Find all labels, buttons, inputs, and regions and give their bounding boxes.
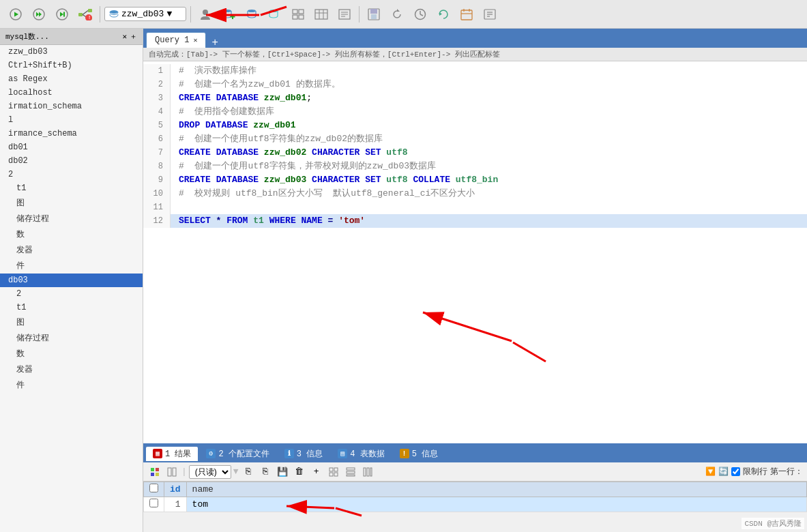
add-query-tab-btn[interactable]: +	[207, 37, 222, 48]
result-tbody: 1tom	[144, 497, 807, 512]
svg-rect-22	[293, 10, 297, 14]
db-remove-icon[interactable]	[241, 4, 262, 25]
separator2	[190, 6, 191, 23]
db-selector[interactable]: zzw_db03 ▼	[104, 7, 186, 21]
separator1	[100, 6, 100, 23]
svg-rect-26	[315, 10, 327, 19]
sidebar-item-3[interactable]: localhost	[0, 86, 143, 100]
limit-row-checkbox[interactable]	[731, 467, 740, 476]
svg-rect-60	[347, 468, 355, 470]
result-tab-icon-1: ⚙	[206, 449, 216, 458]
sidebar-item-19[interactable]: 图	[0, 314, 143, 330]
sidebar-tab[interactable]: mysql数... ✕ ＋	[0, 29, 143, 45]
sidebar-item-15[interactable]: 件	[0, 258, 143, 274]
code-line-12: 12SELECT * FROM t1 WHERE NAME = 'tom'	[143, 214, 807, 228]
play-btn[interactable]	[5, 4, 26, 25]
sidebar: mysql数... ✕ ＋ zzw_db03Ctrl+Shift+B)as Re…	[0, 29, 143, 532]
sidebar-item-13[interactable]: 数	[0, 226, 143, 242]
sidebar-items-container: zzw_db03Ctrl+Shift+B)as Regexlocalhostir…	[0, 45, 143, 393]
grid-icon[interactable]	[288, 4, 308, 25]
settings-icon[interactable]	[480, 4, 500, 25]
result-toolbar-sep: |	[181, 467, 187, 477]
result-refresh-btn[interactable]	[147, 464, 162, 479]
col-view-btn[interactable]	[360, 464, 375, 479]
query-tab-1[interactable]: Query 1 ✕	[146, 32, 206, 48]
copy-btn[interactable]: ⎘	[241, 464, 256, 479]
copy2-btn[interactable]: ⎘	[258, 464, 273, 479]
code-line-2: 2# 创建一个名为zzw_db01 的数据库。	[143, 78, 807, 91]
sidebar-item-11[interactable]: 图	[0, 195, 143, 211]
sidebar-item-0[interactable]: zzw_db03	[0, 45, 143, 59]
sidebar-item-20[interactable]: 储存过程	[0, 330, 143, 346]
line-number-11: 11	[143, 201, 171, 214]
sidebar-item-8[interactable]: db02	[0, 154, 143, 168]
result-tab-1[interactable]: ⚙2 个配置文件	[199, 447, 276, 461]
sidebar-item-22[interactable]: 发器	[0, 361, 143, 377]
query-tab-1-close[interactable]: ✕	[193, 36, 197, 44]
th-id: id	[164, 482, 187, 497]
code-line-6: 6# 创建一个使用utf8字符集的zzw_db02的数据库	[143, 132, 807, 146]
user-icon[interactable]	[195, 4, 216, 25]
result-tab-3[interactable]: ▤4 表数据	[331, 447, 391, 461]
svg-rect-25	[299, 15, 304, 19]
line-number-7: 7	[143, 146, 171, 160]
db-edit-icon[interactable]	[265, 4, 285, 25]
sidebar-item-9[interactable]: 2	[0, 168, 143, 181]
sidebar-item-2[interactable]: as Regex	[0, 72, 143, 86]
clock-icon[interactable]	[410, 4, 430, 25]
data-table: id name 1tom	[143, 482, 807, 532]
result-tab-4[interactable]: !5 信息	[393, 447, 445, 461]
svg-point-21	[269, 10, 278, 12]
refresh-icon[interactable]	[387, 4, 407, 25]
sidebar-item-18[interactable]: t1	[0, 301, 143, 314]
result-tab-0[interactable]: ▦1 结果	[146, 447, 198, 461]
sidebar-item-5[interactable]: l	[0, 113, 143, 127]
delete-row-btn[interactable]: 🗑	[292, 464, 307, 479]
svg-rect-56	[329, 468, 333, 471]
save-result-btn[interactable]: 💾	[275, 464, 290, 479]
code-editor[interactable]: 1# 演示数据库操作2# 创建一个名为zzw_db01 的数据库。3CREATE…	[143, 61, 807, 443]
result-layout-btn[interactable]	[164, 464, 179, 479]
step-btn[interactable]	[52, 4, 72, 25]
sidebar-item-23[interactable]: 件	[0, 377, 143, 393]
tree-icon[interactable]: !	[75, 4, 96, 25]
row-cb-0[interactable]	[149, 499, 158, 507]
svg-line-40	[420, 14, 423, 16]
svg-rect-8	[78, 13, 83, 16]
sync-icon[interactable]	[433, 4, 454, 25]
fast-forward-btn[interactable]	[29, 4, 49, 25]
sidebar-item-10[interactable]: t1	[0, 181, 143, 195]
sidebar-close-btn[interactable]: ✕	[122, 32, 127, 41]
line-number-4: 4	[143, 105, 171, 119]
line-number-3: 3	[143, 91, 171, 105]
svg-point-17	[223, 10, 231, 12]
grid-view-btn[interactable]	[326, 464, 341, 479]
result-tabs-bar: ▦1 结果⚙2 个配置文件ℹ3 信息▤4 表数据!5 信息	[143, 445, 807, 462]
svg-rect-63	[364, 468, 366, 476]
svg-rect-52	[151, 473, 154, 476]
sidebar-item-1[interactable]: Ctrl+Shift+B)	[0, 59, 143, 72]
sidebar-item-7[interactable]: db01	[0, 141, 143, 154]
save-icon[interactable]	[364, 4, 384, 25]
code-line-3: 3CREATE DATABASE zzw_db01;	[143, 91, 807, 105]
sidebar-item-17[interactable]: 2	[0, 287, 143, 301]
row-checkbox-0[interactable]	[144, 497, 164, 512]
sidebar-item-4[interactable]: irmation_schema	[0, 100, 143, 113]
sidebar-item-21[interactable]: 数	[0, 346, 143, 361]
edit-icon[interactable]	[334, 4, 355, 25]
table-icon[interactable]	[311, 4, 332, 25]
calendar-icon[interactable]	[456, 4, 477, 25]
readonly-select[interactable]: (只读)	[189, 465, 231, 479]
select-all-checkbox[interactable]	[149, 484, 158, 492]
add-row-btn[interactable]: +	[309, 464, 324, 479]
sidebar-add-btn[interactable]: ＋	[130, 31, 137, 42]
sidebar-item-12[interactable]: 储存过程	[0, 211, 143, 226]
sidebar-item-6[interactable]: irmance_schema	[0, 127, 143, 141]
sidebar-item-16[interactable]: db03	[0, 274, 143, 287]
result-tab-2[interactable]: ℹ3 信息	[278, 447, 329, 461]
sidebar-item-14[interactable]: 发器	[0, 242, 143, 258]
svg-rect-42	[461, 10, 472, 20]
row-view-btn[interactable]	[343, 464, 358, 479]
svg-marker-3	[36, 12, 39, 16]
db-add-icon[interactable]	[218, 4, 239, 25]
